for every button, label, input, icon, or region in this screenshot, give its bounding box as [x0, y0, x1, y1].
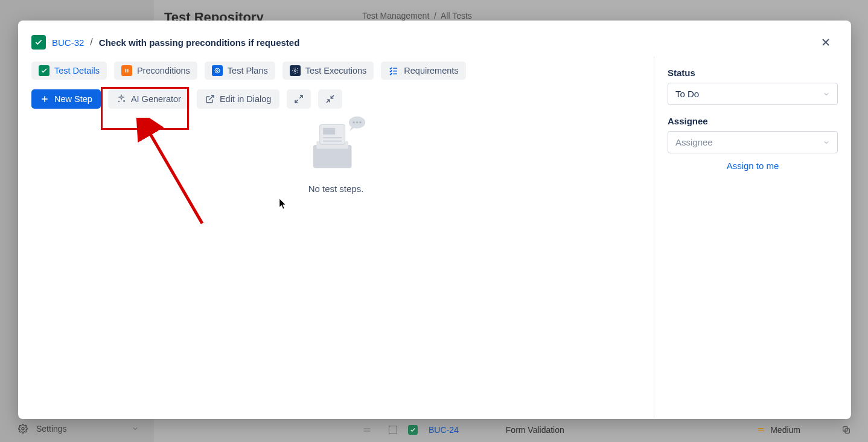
- collapse-icon: [325, 94, 335, 104]
- close-icon: [820, 36, 832, 48]
- svg-point-33: [353, 121, 354, 123]
- chevron-down-icon: [823, 91, 830, 98]
- breadcrumb-current: All Tests: [441, 11, 472, 21]
- status-value: To Do: [675, 89, 699, 99]
- svg-point-12: [216, 70, 218, 72]
- gear-badge-icon: [290, 65, 301, 76]
- tab-test-details[interactable]: Test Details: [31, 62, 107, 80]
- svg-point-34: [356, 121, 357, 123]
- drag-handle-icon[interactable]: [362, 425, 372, 435]
- copy-icon[interactable]: [841, 425, 851, 435]
- issue-type-badge: [31, 35, 46, 50]
- issue-key-link[interactable]: BUC-24: [429, 425, 459, 435]
- empty-message: No test steps.: [308, 184, 364, 194]
- pause-icon: [121, 65, 132, 76]
- ai-generator-button[interactable]: AI Generator: [108, 89, 190, 109]
- tab-label: Requirements: [404, 66, 458, 75]
- breadcrumb-sep: /: [90, 37, 92, 48]
- checklist-icon: [388, 65, 399, 76]
- empty-illustration: [303, 115, 369, 175]
- toolbar: New Step AI Generator Edit in Dialog: [31, 89, 640, 109]
- issue-name: Form Validation: [506, 425, 564, 435]
- collapse-button[interactable]: [318, 89, 342, 109]
- breadcrumb-root[interactable]: Test Management: [362, 11, 429, 21]
- assignee-label: Assignee: [668, 116, 838, 126]
- priority-icon: [757, 426, 765, 434]
- priority-cell: Medium: [757, 425, 800, 435]
- side-pane: Status To Do Assignee Assignee Assign to…: [654, 57, 851, 419]
- expand-icon: [294, 94, 304, 104]
- button-label: New Step: [54, 94, 92, 104]
- svg-line-21: [209, 95, 214, 100]
- assign-to-me-link[interactable]: Assign to me: [668, 161, 838, 171]
- tab-bar: Test Details Preconditions Test Plans: [31, 62, 640, 80]
- settings-label: Settings: [36, 424, 67, 434]
- external-link-icon: [205, 94, 215, 104]
- issue-key-link[interactable]: BUC-32: [52, 37, 84, 48]
- svg-point-0: [22, 428, 24, 430]
- tab-label: Test Plans: [228, 66, 268, 75]
- chevron-down-icon: [823, 139, 830, 146]
- tab-label: Test Executions: [305, 66, 367, 75]
- button-label: Edit in Dialog: [220, 94, 271, 104]
- row-checkbox[interactable]: [389, 426, 397, 434]
- breadcrumb-sep: /: [432, 11, 441, 21]
- settings-nav-item[interactable]: Settings: [18, 424, 139, 434]
- assignee-select[interactable]: Assignee: [668, 131, 838, 153]
- breadcrumb: Test Management / All Tests: [362, 11, 472, 21]
- close-button[interactable]: [817, 34, 834, 51]
- edit-in-dialog-button[interactable]: Edit in Dialog: [197, 89, 279, 109]
- table-row[interactable]: BUC-24 Form Validation Medium: [362, 421, 851, 438]
- gear-icon: [18, 424, 28, 434]
- test-detail-modal: BUC-32 / Check with passing precondition…: [18, 21, 851, 419]
- svg-point-11: [215, 68, 220, 73]
- empty-state: No test steps.: [31, 115, 640, 194]
- tab-preconditions[interactable]: Preconditions: [114, 62, 197, 80]
- sparkle-icon: [116, 94, 126, 104]
- status-select[interactable]: To Do: [668, 83, 838, 105]
- tab-test-plans[interactable]: Test Plans: [205, 62, 275, 80]
- issue-type-icon: [408, 425, 418, 435]
- chevron-down-icon: [132, 425, 139, 432]
- tab-label: Preconditions: [137, 66, 190, 75]
- check-icon: [39, 65, 49, 76]
- svg-point-35: [359, 121, 361, 123]
- tab-test-executions[interactable]: Test Executions: [282, 62, 374, 80]
- new-step-button[interactable]: New Step: [31, 89, 101, 109]
- target-icon: [212, 65, 223, 76]
- button-label: AI Generator: [131, 94, 181, 104]
- main-pane: Test Details Preconditions Test Plans: [18, 57, 654, 419]
- status-label: Status: [668, 68, 838, 78]
- tab-requirements[interactable]: Requirements: [381, 62, 465, 80]
- svg-rect-29: [323, 128, 335, 135]
- assignee-placeholder: Assignee: [675, 137, 713, 147]
- svg-rect-10: [127, 69, 129, 72]
- modal-header: BUC-32 / Check with passing precondition…: [18, 21, 851, 57]
- tab-label: Test Details: [54, 66, 100, 75]
- svg-rect-9: [125, 69, 126, 72]
- svg-point-19: [124, 100, 125, 101]
- svg-point-13: [294, 70, 296, 72]
- svg-point-20: [118, 101, 119, 101]
- issue-title: Check with passing preconditions if requ…: [99, 37, 300, 48]
- plus-icon: [40, 94, 49, 104]
- priority-label: Medium: [770, 425, 800, 435]
- expand-button[interactable]: [287, 89, 311, 109]
